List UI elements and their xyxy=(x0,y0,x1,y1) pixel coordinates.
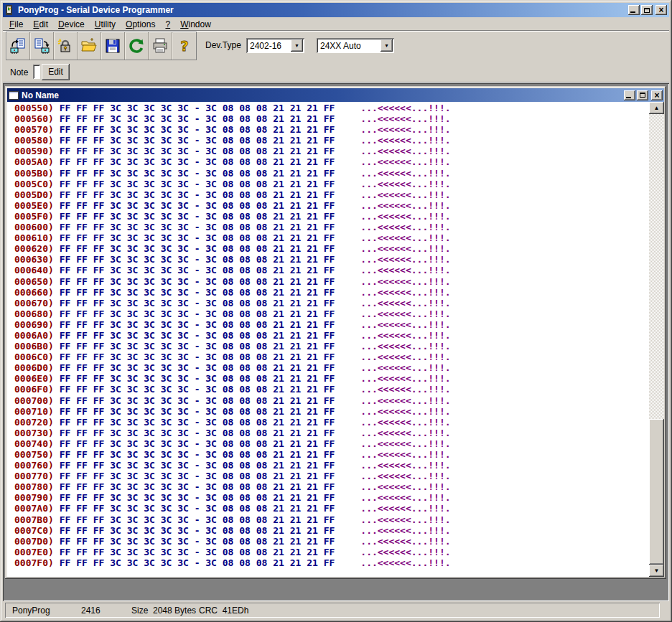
hex-row[interactable]: 000630)FF FF FF 3C 3C 3C 3C 3C - 3C 08 0… xyxy=(14,254,649,265)
read-device-button[interactable] xyxy=(6,32,30,60)
hex-row[interactable]: 000550)FF FF FF 3C 3C 3C 3C 3C - 3C 08 0… xyxy=(14,103,649,113)
hex-row[interactable]: 0007A0)FF FF FF 3C 3C 3C 3C 3C - 3C 08 0… xyxy=(14,503,649,514)
read-device-icon xyxy=(9,37,27,55)
hex-row[interactable]: 000650)FF FF FF 3C 3C 3C 3C 3C - 3C 08 0… xyxy=(14,276,649,287)
hex-row[interactable]: 000750)FF FF FF 3C 3C 3C 3C 3C - 3C 08 0… xyxy=(14,449,649,460)
help-icon: ? xyxy=(176,37,193,55)
maximize-button[interactable] xyxy=(641,5,653,15)
hex-row[interactable]: 0007B0)FF FF FF 3C 3C 3C 3C 3C - 3C 08 0… xyxy=(14,514,649,525)
help-button[interactable]: ? xyxy=(172,32,196,60)
hex-row[interactable]: 000600)FF FF FF 3C 3C 3C 3C 3C - 3C 08 0… xyxy=(14,222,649,232)
status-crc: CRC 41EDh xyxy=(199,605,248,616)
hex-row[interactable]: 000780)FF FF FF 3C 3C 3C 3C 3C - 3C 08 0… xyxy=(14,481,649,492)
menu-item-edit[interactable]: Edit xyxy=(28,19,53,30)
menu-item-utility[interactable]: Utility xyxy=(90,19,121,30)
device-type-combo[interactable]: 2402-16 ▼ xyxy=(246,38,304,53)
hex-row[interactable]: 000610)FF FF FF 3C 3C 3C 3C 3C - 3C 08 0… xyxy=(14,232,649,243)
hex-row[interactable]: 000680)FF FF FF 3C 3C 3C 3C 3C - 3C 08 0… xyxy=(14,308,649,319)
status-size: Size 2048 Bytes xyxy=(131,605,196,616)
hex-dump[interactable]: 000550)FF FF FF 3C 3C 3C 3C 3C - 3C 08 0… xyxy=(7,103,649,577)
device-type-dropdown-button[interactable]: ▼ xyxy=(291,39,303,52)
hex-row[interactable]: 0007E0)FF FF FF 3C 3C 3C 3C 3C - 3C 08 0… xyxy=(14,547,649,557)
save-file-button[interactable] xyxy=(101,32,125,60)
hex-row[interactable]: 000770)FF FF FF 3C 3C 3C 3C 3C - 3C 08 0… xyxy=(14,471,649,481)
hex-row[interactable]: 0005C0)FF FF FF 3C 3C 3C 3C 3C - 3C 08 0… xyxy=(14,179,649,189)
hex-row[interactable]: 0006D0)FF FF FF 3C 3C 3C 3C 3C - 3C 08 0… xyxy=(14,362,649,373)
scrollbar-track[interactable] xyxy=(649,114,664,565)
toolbar: ? Dev.Type 2402-16 ▼ 24XX Auto ▼ xyxy=(3,32,669,62)
hex-row[interactable]: 000670)FF FF FF 3C 3C 3C 3C 3C - 3C 08 0… xyxy=(14,298,649,308)
hex-row[interactable]: 0007F0)FF FF FF 3C 3C 3C 3C 3C - 3C 08 0… xyxy=(14,557,649,568)
hex-row[interactable]: 0005B0)FF FF FF 3C 3C 3C 3C 3C - 3C 08 0… xyxy=(14,168,649,179)
save-file-icon xyxy=(104,37,121,55)
minimize-icon xyxy=(630,11,635,13)
device-family-dropdown-button[interactable]: ▼ xyxy=(381,39,393,52)
hex-row[interactable]: 000620)FF FF FF 3C 3C 3C 3C 3C - 3C 08 0… xyxy=(14,243,649,254)
edit-button[interactable]: Edit xyxy=(42,64,70,80)
menu-item-file[interactable]: File xyxy=(4,19,28,30)
menu-item-help[interactable]: ? xyxy=(160,19,175,30)
hex-row[interactable]: 000790)FF FF FF 3C 3C 3C 3C 3C - 3C 08 0… xyxy=(14,492,649,503)
svg-text:?: ? xyxy=(180,37,189,55)
hex-row[interactable]: 0006F0)FF FF FF 3C 3C 3C 3C 3C - 3C 08 0… xyxy=(14,384,649,395)
child-maximize-button[interactable] xyxy=(637,90,648,100)
app-icon xyxy=(5,5,15,15)
status-bar: PonyProg 2416 Size 2048 Bytes CRC 41EDh xyxy=(3,601,669,619)
menu-item-window[interactable]: Window xyxy=(175,19,216,30)
hex-row[interactable]: 0005A0)FF FF FF 3C 3C 3C 3C 3C - 3C 08 0… xyxy=(14,156,649,167)
window-titlebar[interactable]: PonyProg - Serial Device Programmer × xyxy=(3,3,669,17)
security-bits-button[interactable] xyxy=(54,32,78,60)
menu-item-device[interactable]: Device xyxy=(53,19,90,30)
hex-row[interactable]: 0005D0)FF FF FF 3C 3C 3C 3C 3C - 3C 08 0… xyxy=(14,189,649,200)
device-family-combo[interactable]: 24XX Auto ▼ xyxy=(317,38,394,53)
hex-row[interactable]: 000710)FF FF FF 3C 3C 3C 3C 3C - 3C 08 0… xyxy=(14,406,649,417)
hex-row[interactable]: 000560)FF FF FF 3C 3C 3C 3C 3C - 3C 08 0… xyxy=(14,113,649,124)
mdi-area: No Name × 000550)FF FF FF 3C 3C 3C 3C 3C… xyxy=(3,83,669,601)
hex-row[interactable]: 000580)FF FF FF 3C 3C 3C 3C 3C - 3C 08 0… xyxy=(14,135,649,146)
note-label: Note xyxy=(10,67,28,77)
write-device-button[interactable] xyxy=(30,32,54,60)
hex-row[interactable]: 0006B0)FF FF FF 3C 3C 3C 3C 3C - 3C 08 0… xyxy=(14,341,649,352)
hex-row[interactable]: 000700)FF FF FF 3C 3C 3C 3C 3C - 3C 08 0… xyxy=(14,395,649,406)
document-icon xyxy=(9,91,19,100)
child-minimize-button[interactable] xyxy=(624,90,635,100)
print-button[interactable] xyxy=(149,32,172,60)
menu-item-options[interactable]: Options xyxy=(121,19,160,30)
hex-row[interactable]: 000720)FF FF FF 3C 3C 3C 3C 3C - 3C 08 0… xyxy=(14,417,649,428)
arrow-up-icon: ▲ xyxy=(654,105,660,111)
maximize-icon xyxy=(644,8,650,13)
reload-button[interactable] xyxy=(125,32,149,60)
hex-row[interactable]: 000740)FF FF FF 3C 3C 3C 3C 3C - 3C 08 0… xyxy=(14,438,649,449)
vertical-scrollbar[interactable]: ▲ ▼ xyxy=(649,102,664,577)
minimize-button[interactable] xyxy=(628,5,640,15)
open-file-button[interactable] xyxy=(78,32,101,60)
close-button[interactable]: × xyxy=(655,5,667,15)
hex-row[interactable]: 000730)FF FF FF 3C 3C 3C 3C 3C - 3C 08 0… xyxy=(14,428,649,438)
open-file-icon xyxy=(80,37,98,55)
hex-row[interactable]: 0007D0)FF FF FF 3C 3C 3C 3C 3C - 3C 08 0… xyxy=(14,536,649,547)
hex-editor-title: No Name xyxy=(22,90,59,100)
status-panel: PonyProg 2416 Size 2048 Bytes CRC 41EDh xyxy=(5,603,660,618)
minimize-icon xyxy=(626,97,631,98)
write-device-icon xyxy=(33,37,50,55)
scroll-up-button[interactable]: ▲ xyxy=(649,102,664,114)
hex-row[interactable]: 0005F0)FF FF FF 3C 3C 3C 3C 3C - 3C 08 0… xyxy=(14,211,649,222)
hex-row[interactable]: 000640)FF FF FF 3C 3C 3C 3C 3C - 3C 08 0… xyxy=(14,265,649,275)
scrollbar-thumb[interactable] xyxy=(649,419,664,565)
note-input[interactable] xyxy=(33,65,40,79)
hex-row[interactable]: 000660)FF FF FF 3C 3C 3C 3C 3C - 3C 08 0… xyxy=(14,287,649,298)
hex-row[interactable]: 0007C0)FF FF FF 3C 3C 3C 3C 3C - 3C 08 0… xyxy=(14,525,649,536)
hex-row[interactable]: 000590)FF FF FF 3C 3C 3C 3C 3C - 3C 08 0… xyxy=(14,146,649,156)
scroll-down-button[interactable]: ▼ xyxy=(649,565,664,577)
hex-row[interactable]: 0006A0)FF FF FF 3C 3C 3C 3C 3C - 3C 08 0… xyxy=(14,330,649,341)
hex-row[interactable]: 000570)FF FF FF 3C 3C 3C 3C 3C - 3C 08 0… xyxy=(14,124,649,135)
hex-row[interactable]: 000760)FF FF FF 3C 3C 3C 3C 3C - 3C 08 0… xyxy=(14,460,649,471)
device-type-value: 2402-16 xyxy=(246,41,291,51)
hex-row[interactable]: 000690)FF FF FF 3C 3C 3C 3C 3C - 3C 08 0… xyxy=(14,319,649,330)
hex-editor-titlebar[interactable]: No Name × xyxy=(7,88,664,102)
child-close-button[interactable]: × xyxy=(651,90,663,100)
hex-row[interactable]: 0006C0)FF FF FF 3C 3C 3C 3C 3C - 3C 08 0… xyxy=(14,352,649,362)
hex-row[interactable]: 0006E0)FF FF FF 3C 3C 3C 3C 3C - 3C 08 0… xyxy=(14,373,649,384)
hex-row[interactable]: 0005E0)FF FF FF 3C 3C 3C 3C 3C - 3C 08 0… xyxy=(14,200,649,211)
maximize-icon xyxy=(640,93,645,98)
